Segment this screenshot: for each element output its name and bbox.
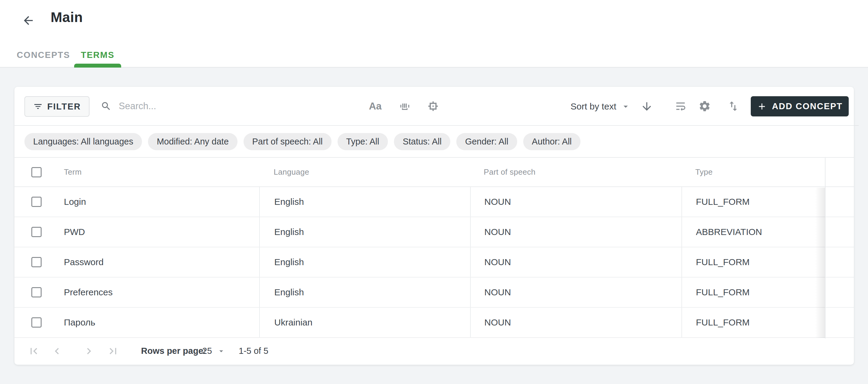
toolbar: FILTER Aa — [14, 87, 854, 126]
tab-terms-label: TERMS — [81, 50, 115, 60]
tab-concepts[interactable]: CONCEPTS — [14, 43, 72, 67]
language-cell: Ukrainian — [259, 308, 470, 337]
filter-chip-row: Languages: All languages Modified: Any d… — [14, 126, 854, 158]
exact-match-button[interactable] — [425, 98, 441, 115]
import-export-button[interactable] — [725, 98, 742, 115]
part-of-speech-cell: NOUN — [470, 217, 681, 247]
filter-chip[interactable]: Languages: All languages — [24, 133, 142, 150]
pinned-column-shadow — [815, 188, 825, 338]
settings-button[interactable] — [696, 98, 713, 115]
pinned-column-separator — [825, 158, 826, 338]
part-of-speech-cell: NOUN — [470, 308, 681, 337]
sort-by-label: Sort by text — [570, 101, 616, 112]
plus-icon — [757, 101, 767, 112]
column-header-type: Type — [695, 158, 713, 186]
screen: Main CONCEPTS TERMS FILTER — [0, 0, 868, 384]
back-button[interactable] — [20, 12, 37, 29]
language-cell: English — [259, 217, 470, 247]
toolbar-divider-overhang — [854, 125, 859, 126]
whole-word-icon — [398, 100, 411, 113]
type-cell: ABBREVIATION — [681, 217, 825, 247]
rows-per-page-value: 25 — [202, 346, 212, 356]
column-header-part-of-speech: Part of speech — [484, 158, 535, 186]
sort-by-dropdown[interactable]: Sort by text — [570, 87, 653, 126]
term-cell: Preferences — [14, 277, 259, 307]
whole-word-button[interactable] — [396, 98, 413, 115]
term-cell: Password — [14, 247, 259, 277]
type-cell: FULL_FORM — [681, 187, 825, 216]
filter-chip-label: Author: All — [532, 137, 572, 147]
table-row[interactable]: Login English NOUN FULL_FORM — [14, 187, 854, 217]
wrap-text-icon — [674, 100, 687, 113]
filter-button[interactable]: FILTER — [24, 96, 90, 117]
column-header-term: Term — [64, 158, 82, 186]
terms-panel: FILTER Aa — [14, 87, 854, 365]
column-header-language: Language — [274, 158, 309, 186]
filter-chip-label: Gender: All — [465, 137, 508, 147]
active-tab-indicator — [74, 64, 121, 67]
filter-chip-label: Languages: All languages — [33, 137, 133, 147]
filter-chip[interactable]: Status: All — [394, 133, 450, 150]
table-row[interactable]: PWD English NOUN ABBREVIATION — [14, 217, 854, 247]
filter-chip[interactable]: Type: All — [338, 133, 388, 150]
filter-chip[interactable]: Part of speech: All — [244, 133, 332, 150]
filter-chip-label: Status: All — [403, 137, 441, 147]
first-page-button[interactable] — [27, 344, 41, 358]
filter-chip-label: Type: All — [346, 137, 379, 147]
select-all-checkbox[interactable] — [31, 167, 41, 177]
pagination-range: 1-5 of 5 — [239, 338, 268, 364]
table-row[interactable]: Password English NOUN FULL_FORM — [14, 247, 854, 277]
term-cell: Login — [14, 187, 259, 216]
part-of-speech-cell: NOUN — [470, 277, 681, 307]
language-cell: English — [259, 247, 470, 277]
top-header: Main CONCEPTS TERMS — [0, 0, 868, 67]
filter-chip[interactable]: Gender: All — [456, 133, 517, 150]
rows-per-page-label: Rows per page: — [141, 338, 206, 364]
table-row[interactable]: Preferences English NOUN FULL_FORM — [14, 277, 854, 308]
term-cell: PWD — [14, 217, 259, 247]
rows-per-page-select[interactable]: 25 — [202, 338, 226, 364]
add-concept-button[interactable]: ADD CONCEPT — [751, 96, 849, 116]
search-box — [101, 96, 306, 116]
language-cell: English — [259, 277, 470, 307]
focus-frame-icon — [427, 100, 439, 113]
match-case-button[interactable]: Aa — [367, 98, 384, 115]
language-cell: English — [259, 187, 470, 216]
last-page-button[interactable] — [106, 344, 120, 358]
type-cell: FULL_FORM — [681, 277, 825, 307]
filter-chip[interactable]: Modified: Any date — [148, 133, 238, 150]
table-row[interactable]: Пароль Ukrainian NOUN FULL_FORM — [14, 308, 854, 338]
wrap-text-button[interactable] — [672, 98, 689, 115]
filter-chip-label: Part of speech: All — [252, 137, 323, 147]
pagination-bar: Rows per page: 25 1-5 of 5 — [14, 338, 854, 364]
sort-direction-icon[interactable] — [641, 100, 653, 113]
previous-page-button[interactable] — [50, 344, 64, 358]
table-header: Term Language Part of speech Type — [14, 158, 854, 187]
add-concept-label: ADD CONCEPT — [772, 101, 843, 111]
filter-chip-label: Modified: Any date — [157, 137, 229, 147]
first-page-icon — [27, 345, 40, 357]
filter-icon — [33, 102, 43, 111]
arrow-back-icon — [22, 14, 35, 27]
match-case-icon: Aa — [369, 100, 381, 112]
type-cell: FULL_FORM — [681, 247, 825, 277]
type-cell: FULL_FORM — [681, 308, 825, 337]
search-input[interactable] — [118, 100, 306, 112]
rows-per-page-caret-icon — [217, 347, 226, 356]
filter-button-label: FILTER — [47, 102, 81, 112]
import-export-icon — [727, 100, 740, 113]
part-of-speech-cell: NOUN — [470, 187, 681, 216]
table-body: Login English NOUN FULL_FORM PWD English… — [14, 187, 854, 338]
term-cell: Пароль — [14, 308, 259, 337]
next-page-button[interactable] — [82, 344, 96, 358]
page-title: Main — [51, 9, 83, 25]
chevron-right-icon — [83, 345, 95, 357]
sort-caret-icon — [621, 101, 631, 112]
filter-chip[interactable]: Author: All — [523, 133, 581, 150]
part-of-speech-cell: NOUN — [470, 247, 681, 277]
gear-icon — [698, 100, 711, 113]
last-page-icon — [107, 345, 119, 357]
search-icon — [101, 101, 112, 112]
chevron-left-icon — [51, 345, 63, 357]
tab-terms[interactable]: TERMS — [74, 43, 121, 67]
